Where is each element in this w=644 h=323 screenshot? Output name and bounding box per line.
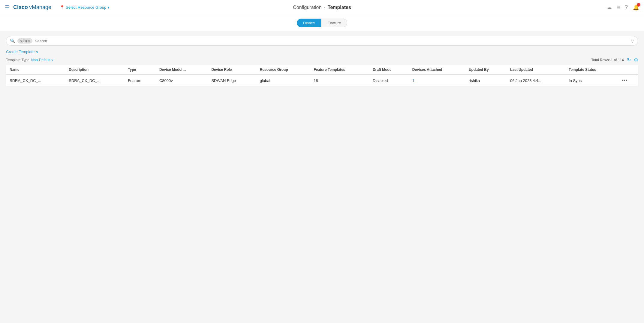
header-left: ☰ Cisco vManage 📍 Select Resource Group …	[5, 4, 110, 11]
col-resource-group: Resource Group	[256, 65, 310, 74]
cell-name: SDRA_CX_DC_...	[6, 74, 65, 86]
search-icon: 🔍	[10, 38, 15, 43]
search-input[interactable]	[35, 39, 631, 43]
cell-device-role: SDWAN Edge	[208, 74, 256, 86]
templates-table: Name Description Type Device Model ... D…	[6, 65, 638, 86]
notification-badge	[637, 3, 640, 7]
template-type-value-text: Non-Default	[31, 58, 50, 62]
brand: Cisco vManage	[13, 4, 51, 11]
menu-icon[interactable]: ≡	[617, 4, 620, 11]
col-template-status: Template Status	[565, 65, 618, 74]
title-separator: ·	[324, 5, 325, 10]
col-feature-templates: Feature Templates	[310, 65, 369, 74]
more-options-button[interactable]: •••	[621, 78, 627, 83]
col-type: Type	[124, 65, 156, 74]
template-type-label-text: Template Type	[6, 58, 29, 62]
cell-resource-group: global	[256, 74, 310, 86]
page-subtitle: Templates	[328, 5, 351, 10]
table-row: SDRA_CX_DC_... SDRA_CX_DC_... Feature C8…	[6, 74, 638, 86]
template-type-arrow-icon: ∨	[51, 58, 54, 62]
total-rows-text: Total Rows: 1 of 114	[591, 58, 624, 62]
tab-feature[interactable]: Feature	[321, 19, 347, 27]
template-type-row: Template Type Non-Default ∨ Total Rows: …	[6, 57, 638, 63]
create-template-label: Create Template	[6, 50, 35, 54]
filter-icon[interactable]: ▽	[631, 38, 634, 43]
col-description: Description	[65, 65, 124, 74]
resource-group-label: Select Resource Group	[66, 5, 106, 10]
cell-actions: •••	[618, 74, 638, 86]
cell-device-model: C8000v	[156, 74, 208, 86]
table-header-row: Name Description Type Device Model ... D…	[6, 65, 638, 74]
notification-icon[interactable]: 🔔	[633, 4, 639, 11]
header-right: ☁ ≡ ? 🔔	[606, 4, 639, 11]
cell-updated-by: rishika	[465, 74, 507, 86]
tab-bar: Device Feature	[0, 15, 644, 31]
col-name: Name	[6, 65, 65, 74]
col-draft-mode: Draft Mode	[369, 65, 409, 74]
col-device-model: Device Model ...	[156, 65, 208, 74]
cell-description: SDRA_CX_DC_...	[65, 74, 124, 86]
cloud-icon[interactable]: ☁	[606, 4, 612, 11]
search-tag-close-icon[interactable]: ×	[28, 39, 30, 43]
cell-last-updated: 06 Jan 2023 4:4...	[507, 74, 565, 86]
settings-icon[interactable]: ⚙	[634, 57, 638, 63]
cell-feature-templates: 18	[310, 74, 369, 86]
header: ☰ Cisco vManage 📍 Select Resource Group …	[0, 0, 644, 15]
col-actions	[618, 65, 638, 74]
location-icon: 📍	[60, 5, 65, 10]
resource-group-button[interactable]: 📍 Select Resource Group ▾	[60, 5, 110, 10]
cell-template-status: In Sync	[565, 74, 618, 86]
total-rows-area: Total Rows: 1 of 114 ↻ ⚙	[591, 57, 638, 63]
create-template-button[interactable]: Create Template ∨	[6, 50, 39, 54]
help-icon[interactable]: ?	[625, 4, 628, 11]
cell-draft-mode: Disabled	[369, 74, 409, 86]
brand-cisco: Cisco	[13, 4, 28, 11]
search-bar: 🔍 sdra × ▽	[6, 36, 638, 46]
devices-attached-link[interactable]: 1	[412, 78, 414, 83]
col-last-updated: Last Updated	[507, 65, 565, 74]
tab-device[interactable]: Device	[297, 19, 321, 27]
main-content: 🔍 sdra × ▽ Create Template ∨ Template Ty…	[0, 31, 644, 323]
page-title: Configuration	[293, 5, 321, 10]
cell-devices-attached: 1	[409, 74, 465, 86]
col-devices-attached: Devices Attached	[409, 65, 465, 74]
template-type-dropdown[interactable]: Non-Default ∨	[31, 58, 54, 62]
search-tag-text: sdra	[20, 39, 27, 43]
template-type-area: Template Type Non-Default ∨	[6, 58, 54, 62]
refresh-icon[interactable]: ↻	[627, 57, 631, 63]
col-updated-by: Updated By	[465, 65, 507, 74]
resource-group-arrow-icon: ▾	[107, 5, 110, 10]
col-device-role: Device Role	[208, 65, 256, 74]
page-title-area: Configuration · Templates	[293, 5, 351, 10]
cell-type: Feature	[124, 74, 156, 86]
create-template-arrow-icon: ∨	[36, 50, 39, 54]
hamburger-icon[interactable]: ☰	[5, 4, 10, 11]
search-tag: sdra ×	[17, 38, 32, 44]
brand-vmanage: vManage	[29, 4, 51, 11]
table-wrapper: Name Description Type Device Model ... D…	[6, 65, 638, 86]
